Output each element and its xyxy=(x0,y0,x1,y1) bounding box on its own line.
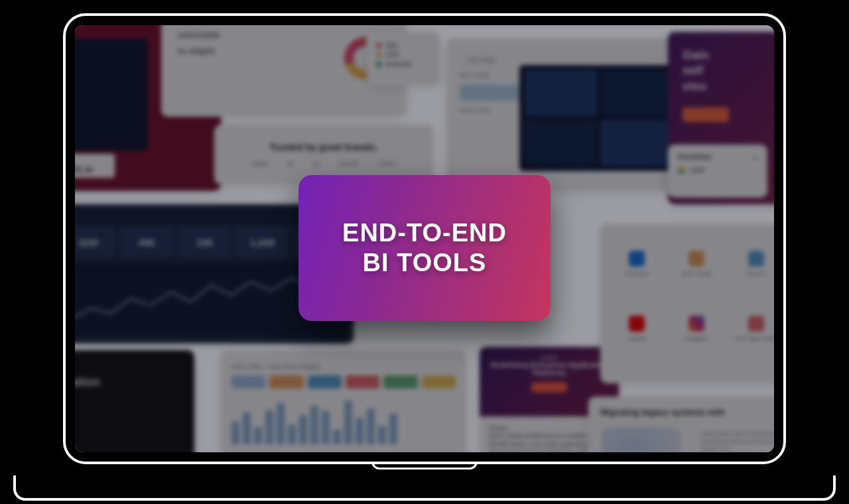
center-title-text: END-TO-END BI TOOLS xyxy=(342,218,507,278)
laptop-notch xyxy=(371,462,478,470)
laptop-base xyxy=(13,475,836,501)
center-title-badge: END-TO-END BI TOOLS xyxy=(298,175,551,321)
